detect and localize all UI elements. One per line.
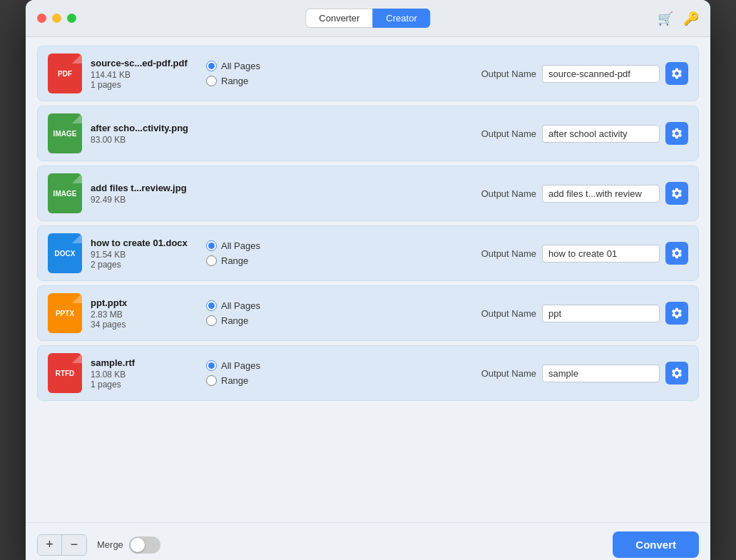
merge-toggle[interactable]	[129, 536, 160, 554]
maximize-button[interactable]	[67, 14, 76, 23]
file-info: ppt.pptx 2.83 MB 34 pages	[91, 297, 198, 330]
file-name: add files t...review.jpg	[91, 183, 198, 193]
all-pages-option[interactable]: All Pages	[206, 360, 277, 371]
file-icon-rtfd: RTFD	[48, 353, 82, 393]
file-size: 2.83 MB	[91, 310, 198, 320]
range-label: Range	[221, 315, 248, 326]
all-pages-label: All Pages	[221, 300, 260, 311]
settings-icon	[670, 247, 683, 260]
file-size: 114.41 KB	[91, 70, 198, 80]
file-icon-pptx: PPTX	[48, 293, 82, 333]
settings-icon	[670, 367, 683, 380]
bottom-bar: + − Merge Convert	[26, 522, 710, 560]
titlebar: Converter Creator 🛒 🔑	[26, 0, 710, 37]
output-section: Output Name	[481, 302, 688, 325]
output-name-input[interactable]	[542, 305, 660, 322]
file-info: how to create 01.docx 91.54 KB 2 pages	[91, 238, 198, 270]
file-info: source-sc...ed-pdf.pdf 114.41 KB 1 pages	[91, 58, 198, 90]
add-file-button[interactable]: +	[38, 535, 62, 555]
output-name-input[interactable]	[542, 185, 660, 203]
cart-icon[interactable]: 🛒	[658, 11, 673, 26]
output-label: Output Name	[481, 368, 536, 379]
tab-creator[interactable]: Creator	[372, 9, 430, 28]
output-label: Output Name	[481, 188, 536, 199]
file-info: sample.rtf 13.08 KB 1 pages	[91, 357, 198, 390]
output-section: Output Name	[481, 242, 688, 265]
page-options: All Pages Range	[206, 240, 277, 266]
file-row: DOCX how to create 01.docx 91.54 KB 2 pa…	[37, 225, 699, 281]
file-name: how to create 01.docx	[91, 238, 198, 248]
all-pages-option[interactable]: All Pages	[206, 240, 277, 251]
file-list: PDF source-sc...ed-pdf.pdf 114.41 KB 1 p…	[37, 46, 699, 514]
range-option[interactable]: Range	[206, 255, 277, 266]
file-size: 92.49 KB	[91, 195, 198, 205]
page-options: All Pages Range	[206, 360, 277, 386]
range-option[interactable]: Range	[206, 315, 277, 326]
all-pages-option[interactable]: All Pages	[206, 61, 277, 71]
file-name: after scho...ctivity.png	[91, 123, 198, 133]
file-pages: 2 pages	[91, 260, 198, 270]
file-row: PPTX ppt.pptx 2.83 MB 34 pages All Pages…	[37, 285, 699, 341]
add-remove-group: + −	[37, 534, 87, 556]
file-row: IMAGE add files t...review.jpg 92.49 KB …	[37, 166, 699, 221]
file-info: after scho...ctivity.png 83.00 KB	[91, 123, 198, 145]
settings-button[interactable]	[665, 182, 688, 205]
settings-button[interactable]	[665, 62, 688, 85]
file-size: 91.54 KB	[91, 250, 198, 260]
output-label: Output Name	[481, 248, 536, 259]
range-label: Range	[221, 375, 248, 386]
all-pages-label: All Pages	[221, 240, 260, 251]
file-name: sample.rtf	[91, 357, 198, 368]
output-label: Output Name	[481, 68, 536, 79]
main-window: Converter Creator 🛒 🔑 PDF source-sc...ed…	[26, 0, 710, 560]
all-pages-label: All Pages	[221, 360, 260, 371]
minimize-button[interactable]	[52, 14, 61, 23]
file-pages: 1 pages	[91, 380, 198, 390]
remove-file-button[interactable]: −	[62, 535, 86, 555]
titlebar-actions: 🛒 🔑	[658, 11, 699, 26]
settings-icon	[670, 127, 683, 140]
key-icon[interactable]: 🔑	[683, 11, 699, 26]
settings-icon	[670, 67, 683, 80]
convert-button[interactable]: Convert	[613, 531, 699, 558]
settings-button[interactable]	[665, 242, 688, 265]
settings-icon	[670, 187, 683, 200]
output-section: Output Name	[481, 62, 688, 85]
file-pages: 1 pages	[91, 80, 198, 90]
output-section: Output Name	[481, 122, 688, 145]
file-icon-pdf: PDF	[48, 54, 82, 93]
output-label: Output Name	[481, 308, 536, 319]
file-pages: 34 pages	[91, 320, 198, 330]
all-pages-option[interactable]: All Pages	[206, 300, 277, 311]
range-option[interactable]: Range	[206, 76, 277, 86]
traffic-lights	[37, 14, 76, 23]
file-size: 13.08 KB	[91, 370, 198, 380]
file-size: 83.00 KB	[91, 135, 198, 145]
file-row: IMAGE after scho...ctivity.png 83.00 KB …	[37, 106, 699, 161]
all-pages-label: All Pages	[221, 61, 260, 71]
file-row: RTFD sample.rtf 13.08 KB 1 pages All Pag…	[37, 345, 699, 401]
file-icon-docx: DOCX	[48, 233, 82, 273]
output-label: Output Name	[481, 128, 536, 139]
file-row: PDF source-sc...ed-pdf.pdf 114.41 KB 1 p…	[37, 46, 699, 101]
output-section: Output Name	[481, 362, 688, 385]
merge-label: Merge	[97, 539, 123, 550]
file-icon-image: IMAGE	[48, 113, 82, 153]
close-button[interactable]	[37, 14, 46, 23]
page-options: All Pages Range	[206, 61, 277, 86]
output-section: Output Name	[481, 182, 688, 205]
range-option[interactable]: Range	[206, 375, 277, 386]
file-info: add files t...review.jpg 92.49 KB	[91, 183, 198, 205]
output-name-input[interactable]	[542, 125, 660, 143]
page-options: All Pages Range	[206, 300, 277, 326]
settings-button[interactable]	[665, 122, 688, 145]
settings-button[interactable]	[665, 302, 688, 325]
file-icon-image: IMAGE	[48, 173, 82, 213]
tab-converter[interactable]: Converter	[305, 9, 372, 28]
output-name-input[interactable]	[542, 245, 660, 263]
file-name: ppt.pptx	[91, 297, 198, 308]
range-label: Range	[221, 255, 248, 266]
output-name-input[interactable]	[542, 65, 660, 83]
output-name-input[interactable]	[542, 365, 660, 382]
settings-button[interactable]	[665, 362, 688, 385]
